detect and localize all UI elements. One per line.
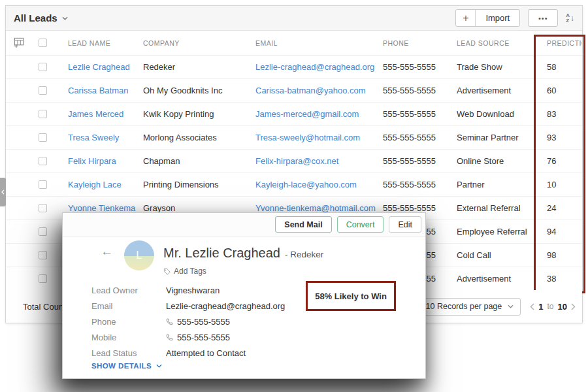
row-checkbox[interactable] [39, 86, 47, 95]
phone-icon [166, 318, 173, 325]
lead-name-link[interactable]: Tresa Sweely [68, 133, 143, 142]
company-cell: Redeker [143, 62, 255, 72]
table-row: Lezlie Craghead Redeker Lezlie-craghead@… [6, 56, 582, 79]
lead-full-name: Mr. Lezlie Craghead [163, 246, 280, 261]
send-mail-button[interactable]: Send Mail [275, 216, 331, 233]
email-link[interactable]: Yvonne-tienkema@hotmail.com [255, 203, 383, 213]
popup-header: Send Mail Convert Edit [63, 213, 425, 237]
add-tags-link[interactable]: Add Tags [163, 267, 206, 276]
view-selector[interactable]: All Leads [14, 12, 68, 24]
company-cell: Printing Dimensions [143, 180, 255, 189]
lead-company-suffix: - Redeker [285, 250, 323, 259]
lead-name-link[interactable]: Felix Hirpara [68, 156, 143, 166]
lead-fields: Lead Owner Vigneshwaran Email Lezlie-cra… [91, 282, 301, 361]
lead-source-cell: Partner [457, 180, 543, 189]
next-page-icon[interactable] [571, 303, 576, 310]
sidebar-collapse-handle[interactable] [0, 178, 6, 206]
email-link[interactable]: Carissa-batman@yahoo.com [255, 86, 383, 95]
chevron-down-icon [62, 16, 68, 20]
phone-cell: 555-555-5555 [383, 62, 457, 72]
email-link[interactable]: Felix-hirpara@cox.net [255, 156, 383, 166]
lead-source-cell: Advertisement [457, 274, 543, 284]
company-cell: Morlong Associates [143, 133, 255, 142]
footer-controls: 10 Records per page 1 to 10 [419, 298, 576, 316]
lead-source-cell: Web Download [457, 109, 543, 119]
lead-name-link[interactable]: James Merced [68, 109, 143, 119]
pagination: 1 to 10 [530, 302, 576, 312]
sort-az-button[interactable]: AZ ↓ [566, 13, 574, 24]
header-lead-source: LEAD SOURCE [457, 39, 543, 47]
select-all-checkbox[interactable] [39, 39, 47, 47]
popup-action-buttons: Send Mail Convert Edit [275, 216, 421, 233]
lead-detail-popup: Send Mail Convert Edit ← L Mr. Lezlie Cr… [62, 212, 426, 379]
row-checkbox[interactable] [39, 157, 47, 165]
table-row: Felix Hirpara Chapman Felix-hirpara@cox.… [6, 150, 582, 173]
prediction-cell: 98 [543, 250, 582, 260]
lead-status-value: Attempted to Contact [166, 348, 246, 358]
row-checkbox[interactable] [39, 63, 47, 71]
row-checkbox[interactable] [39, 227, 47, 236]
show-details-link[interactable]: SHOW DETAILS [91, 362, 162, 370]
prev-page-icon[interactable] [530, 303, 534, 310]
edit-columns-icon[interactable] [6, 37, 33, 48]
row-checkbox[interactable] [39, 274, 47, 283]
row-checkbox[interactable] [39, 180, 47, 189]
lead-source-cell: Trade Show [457, 62, 543, 72]
lead-name-link[interactable]: Kayleigh Lace [68, 180, 143, 189]
chevron-down-icon [508, 304, 514, 308]
field-row: Lead Owner Vigneshwaran [91, 282, 301, 298]
phone-cell: 555-555-5555 [383, 180, 457, 189]
table-row: Tresa Sweely Morlong Associates Tresa-sw… [6, 126, 582, 150]
row-checkbox[interactable] [39, 133, 47, 142]
row-checkbox[interactable] [39, 110, 47, 118]
tag-icon [163, 268, 171, 275]
more-actions-button[interactable]: ••• [528, 9, 558, 27]
header-phone: PHONE [383, 39, 457, 47]
field-row: Mobile 555-555-5555 [91, 329, 301, 345]
chevron-down-icon [156, 364, 162, 368]
email-link[interactable]: Lezlie-craghead@craghead.org [255, 62, 383, 72]
header-company: COMPANY [143, 39, 255, 47]
prediction-cell: 76 [543, 156, 582, 166]
records-per-page-dropdown[interactable]: 10 Records per page [419, 298, 521, 316]
company-cell: Kwik Kopy Printing [143, 109, 255, 119]
email-link[interactable]: James-merced@gmail.com [255, 109, 383, 119]
add-lead-button[interactable]: + [456, 10, 476, 26]
import-button[interactable]: Import [476, 10, 519, 26]
header-email: EMAIL [255, 39, 383, 47]
company-cell: Oh My Goodknits Inc [143, 86, 255, 95]
lead-source-cell: Online Store [457, 156, 543, 166]
prediction-cell: 60 [543, 86, 582, 95]
header-prediction: PREDICTION [543, 39, 582, 47]
lead-name-link[interactable]: Carissa Batman [68, 86, 143, 95]
row-checkbox[interactable] [39, 204, 47, 212]
table-row: James Merced Kwik Kopy Printing James-me… [6, 103, 582, 126]
table-row: Kayleigh Lace Printing Dimensions Kaylei… [6, 173, 582, 197]
convert-button[interactable]: Convert [337, 216, 384, 233]
email-link[interactable]: Kayleigh-lace@yahoo.com [255, 180, 383, 189]
lead-owner-value: Vigneshwaran [166, 286, 220, 295]
phone-icon [166, 334, 173, 341]
page-range-start: 1 [538, 302, 543, 312]
lead-source-cell: Employee Referral [457, 227, 543, 237]
lead-phone-value: 555-555-5555 [166, 317, 230, 327]
lead-title: Mr. Lezlie Craghead - Redeker [163, 246, 323, 261]
email-link[interactable]: Tresa-sweely@hotmail.com [255, 133, 383, 142]
edit-button[interactable]: Edit [389, 216, 421, 233]
lead-source-cell: Advertisement [457, 86, 543, 95]
back-arrow-icon[interactable]: ← [101, 244, 113, 259]
phone-cell: 555-555-5555 [383, 86, 457, 95]
lead-name-link[interactable]: Lezlie Craghead [68, 62, 143, 72]
phone-cell: 555-555-5555 [383, 156, 457, 166]
row-checkbox[interactable] [39, 251, 47, 259]
phone-cell: 555-555-5555 [383, 203, 457, 213]
company-cell: Chapman [143, 156, 255, 166]
lead-name-link[interactable]: Yvonne Tienkema [68, 203, 143, 213]
view-selector-label: All Leads [14, 12, 57, 24]
toolbar: All Leads + Import ••• AZ ↓ [6, 6, 582, 31]
prediction-cell: 10 [543, 180, 582, 189]
page: All Leads + Import ••• AZ ↓ [0, 0, 588, 392]
lead-source-cell: Cold Call [457, 250, 543, 260]
page-range-sep: to [547, 302, 554, 311]
lead-mobile-value: 555-555-5555 [166, 333, 230, 342]
